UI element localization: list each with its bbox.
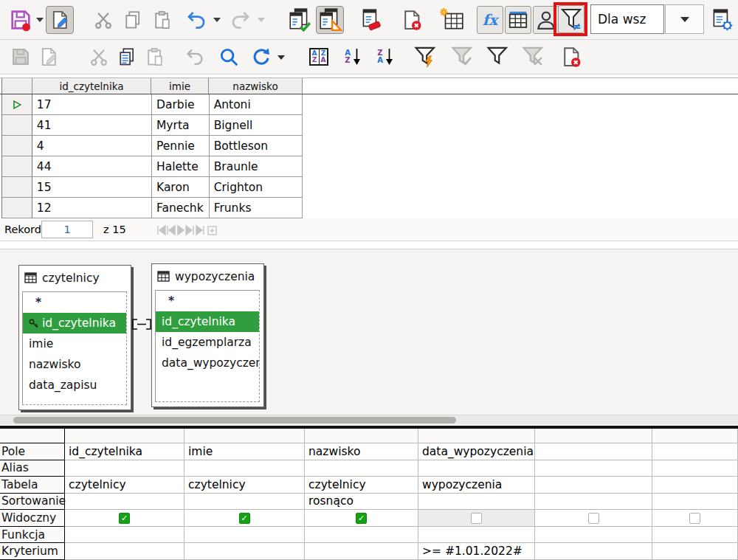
row-selector[interactable]: [1, 177, 32, 198]
reset-filter-button-disabled[interactable]: [518, 44, 549, 69]
autofilter-button[interactable]: [410, 44, 441, 69]
table-row[interactable]: 41 Myrta Bignell: [1, 115, 303, 136]
filter-scope-combobox[interactable]: Dla wsz: [590, 4, 664, 34]
grid-cell-alias[interactable]: [418, 460, 535, 477]
save-record-button-disabled[interactable]: [7, 44, 34, 69]
functions-button[interactable]: fx: [477, 6, 503, 34]
close-document-button[interactable]: [399, 6, 425, 34]
grid-cell-sortowanie[interactable]: [184, 494, 305, 511]
row-selector-header[interactable]: [1, 78, 32, 94]
cell-nazwisko[interactable]: Braunle: [210, 156, 303, 177]
row-selector[interactable]: [1, 136, 32, 156]
standard-filter-button[interactable]: [483, 44, 514, 69]
grid-cell-alias[interactable]: [535, 460, 652, 477]
grid-cell-pole[interactable]: data_wypozyczenia: [418, 443, 535, 460]
table-row[interactable]: 15 Karon Crighton: [1, 177, 303, 198]
grid-cell-funkcja[interactable]: [184, 527, 305, 544]
grid-cell-widoczny[interactable]: [184, 510, 305, 527]
table-row[interactable]: 44 Halette Braunle: [1, 156, 303, 177]
grid-cell-pole[interactable]: [652, 443, 738, 460]
grid-cell-alias[interactable]: [305, 460, 418, 477]
scrollbar-thumb[interactable]: [13, 417, 456, 424]
record-number-input[interactable]: 1: [41, 221, 93, 238]
visible-checkbox[interactable]: [119, 513, 130, 524]
grid-cell-tabela[interactable]: [535, 477, 652, 494]
grid-column-header[interactable]: [418, 429, 535, 443]
column-header-id-czytelnika[interactable]: id_czytelnika: [32, 78, 151, 94]
paste-button[interactable]: [149, 6, 176, 34]
grid-cell-pole[interactable]: nazwisko: [305, 443, 418, 460]
field-item-nazwisko[interactable]: nazwisko: [23, 354, 126, 375]
cell-nazwisko[interactable]: Bottleson: [210, 136, 303, 156]
edit-data-toggle[interactable]: [46, 6, 74, 34]
cell-nazwisko[interactable]: Crighton: [210, 177, 303, 198]
diagram-table-title-bar[interactable]: czytelnicy: [19, 266, 131, 290]
grid-cell-tabela[interactable]: czytelnicy: [65, 477, 184, 494]
table-row[interactable]: 4 Pennie Bottleson: [1, 136, 303, 156]
refresh-document-button[interactable]: [558, 44, 584, 69]
cell-nazwisko[interactable]: Antoni: [210, 94, 303, 115]
grid-cell-alias[interactable]: [184, 460, 305, 477]
grid-cell-alias[interactable]: [65, 460, 184, 477]
grid-cell-kryterium[interactable]: >= #1.01.2022#: [418, 543, 535, 560]
grid-cell-funkcja[interactable]: [652, 527, 738, 544]
grid-cell-kryterium[interactable]: [305, 543, 418, 560]
person-button[interactable]: [533, 6, 559, 34]
cell-imie[interactable]: Myrta: [152, 115, 210, 136]
grid-cell-widoczny[interactable]: [535, 510, 652, 527]
grid-column-header[interactable]: [184, 429, 305, 443]
grid-cell-pole[interactable]: id_czytelnika: [65, 443, 184, 460]
apply-filter-button-disabled[interactable]: [447, 44, 478, 69]
grid-cell-tabela[interactable]: czytelnicy: [305, 477, 418, 494]
visible-checkbox[interactable]: [471, 513, 482, 524]
sort-button[interactable]: AZ ZA: [304, 44, 334, 69]
diagram-table-title-bar[interactable]: wypozyczenia: [152, 264, 263, 288]
save-button[interactable]: [7, 6, 34, 34]
cell-imie[interactable]: Karon: [152, 177, 210, 198]
grid-cell-funkcja[interactable]: [305, 527, 418, 544]
cut-button[interactable]: [90, 6, 117, 34]
grid-cell-kryterium[interactable]: [535, 543, 652, 560]
row-selector[interactable]: [1, 156, 32, 177]
cell-imie[interactable]: Halette: [152, 156, 210, 177]
undo-button[interactable]: [183, 6, 210, 34]
row-selector[interactable]: [1, 198, 32, 218]
cell-imie[interactable]: Pennie: [152, 136, 210, 156]
redo-button[interactable]: [227, 6, 254, 34]
copy-button[interactable]: [114, 44, 140, 69]
grid-cell-pole[interactable]: imie: [184, 443, 305, 460]
filter-not-equal-button[interactable]: ≠: [558, 5, 584, 33]
cell-imie[interactable]: Darbie: [152, 94, 210, 115]
undo-dropdown-caret[interactable]: [213, 17, 221, 23]
cell-id[interactable]: 17: [32, 94, 152, 115]
sort-descending-button[interactable]: ZA: [370, 44, 400, 69]
grid-cell-sortowanie[interactable]: rosnąco: [305, 494, 418, 511]
grid-cell-widoczny[interactable]: [652, 510, 738, 527]
join-connector[interactable]: [131, 318, 153, 331]
grid-column-header[interactable]: [535, 429, 652, 443]
cell-id[interactable]: 15: [32, 177, 152, 198]
grid-cell-widoczny[interactable]: [305, 510, 418, 527]
field-item-data-wypozyczenia[interactable]: data_wypozyczenia: [156, 353, 259, 373]
visible-checkbox[interactable]: [356, 513, 367, 524]
cut-button-disabled[interactable]: [86, 44, 112, 69]
cell-id[interactable]: 4: [32, 136, 152, 156]
cell-id[interactable]: 44: [32, 156, 152, 177]
grid-column-header[interactable]: [65, 429, 184, 443]
column-header-imie[interactable]: imie: [151, 78, 209, 94]
filter-scope-dropdown-button[interactable]: [665, 4, 704, 34]
find-record-button[interactable]: [215, 44, 242, 69]
grid-cell-kryterium[interactable]: [652, 543, 738, 560]
design-view-toggle[interactable]: [316, 6, 344, 34]
record-navigation-icons[interactable]: [156, 224, 245, 236]
cell-id[interactable]: 12: [32, 198, 152, 218]
field-item-id-czytelnika-selected[interactable]: id_czytelnika: [23, 313, 126, 333]
cell-id[interactable]: 41: [32, 115, 152, 136]
sort-ascending-button[interactable]: AZ: [338, 44, 368, 69]
refresh-dropdown-caret[interactable]: [277, 55, 285, 61]
redo-dropdown-caret[interactable]: [258, 17, 265, 23]
field-item-all[interactable]: *: [23, 292, 126, 313]
grid-cell-funkcja[interactable]: [418, 527, 535, 544]
paste-button-disabled[interactable]: [142, 44, 168, 69]
grid-cell-kryterium[interactable]: [65, 543, 184, 560]
